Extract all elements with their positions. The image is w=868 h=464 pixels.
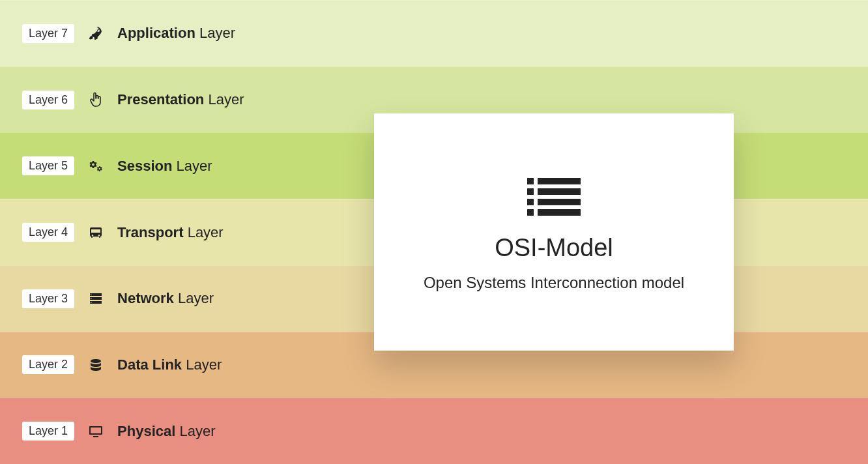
svg-rect-5	[538, 199, 581, 205]
database-icon	[86, 356, 106, 373]
rocket-icon	[86, 25, 106, 42]
card-title: OSI-Model	[495, 234, 613, 262]
layer-label: Session Layer	[117, 158, 212, 175]
layer-badge: Layer 3	[22, 289, 74, 308]
layer-label: Application Layer	[117, 25, 235, 42]
svg-rect-0	[527, 178, 534, 184]
layer-label: Data Link Layer	[117, 356, 222, 373]
layer-label: Presentation Layer	[117, 91, 244, 108]
svg-rect-2	[527, 188, 534, 195]
layer-badge: Layer 2	[22, 355, 74, 374]
layer-badge: Layer 1	[22, 422, 74, 441]
card-subtitle: Open Systems Interconnection model	[424, 274, 684, 292]
bus-icon	[86, 224, 106, 241]
layer-label: Physical Layer	[117, 423, 215, 440]
layer-badge: Layer 5	[22, 156, 74, 175]
svg-rect-3	[538, 188, 581, 195]
svg-rect-6	[527, 209, 534, 216]
layer-label: Transport Layer	[117, 224, 224, 241]
server-icon	[86, 290, 106, 307]
layer-badge: Layer 7	[22, 24, 74, 43]
layer-badge: Layer 6	[22, 91, 74, 109]
svg-rect-4	[527, 199, 534, 205]
list-icon	[525, 173, 583, 218]
pointer-icon	[86, 91, 106, 108]
title-card: OSI-Model Open Systems Interconnection m…	[374, 113, 734, 351]
svg-rect-7	[538, 209, 581, 216]
monitor-icon	[86, 423, 106, 440]
layer-row-7: Layer 7 Application Layer	[0, 0, 868, 66]
layer-label: Network Layer	[117, 290, 214, 307]
gears-icon	[86, 158, 106, 175]
svg-rect-1	[538, 178, 581, 184]
layer-badge: Layer 4	[22, 223, 74, 242]
layer-row-1: Layer 1 Physical Layer	[0, 398, 868, 464]
